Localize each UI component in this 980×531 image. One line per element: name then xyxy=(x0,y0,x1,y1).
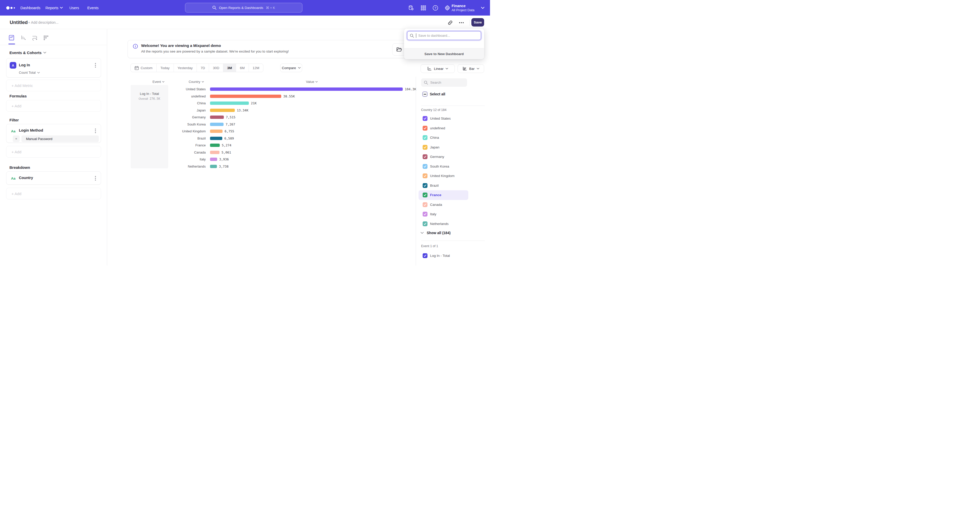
check-icon xyxy=(424,136,426,139)
save-to-new-dashboard-button[interactable]: Save to New Dashboard xyxy=(404,48,484,59)
column-header-event[interactable]: Event xyxy=(152,80,164,84)
section-events-cohorts[interactable]: Events & Cohorts xyxy=(10,51,46,55)
country-filter-row[interactable]: South Korea xyxy=(418,162,468,171)
country-checkbox[interactable] xyxy=(423,173,428,178)
date-range-yesterday[interactable]: Yesterday xyxy=(174,64,197,72)
add-metric-button[interactable]: + Add Metric xyxy=(6,79,101,91)
country-filter-row[interactable]: Germany xyxy=(418,152,468,162)
country-filter-row[interactable]: Italy xyxy=(418,209,468,219)
nav-events[interactable]: Events xyxy=(87,0,99,16)
date-range-6m[interactable]: 6M xyxy=(236,64,249,72)
chevron-down-icon xyxy=(421,232,424,234)
country-filter-row[interactable]: United States xyxy=(418,114,468,124)
bar[interactable] xyxy=(210,109,235,112)
country-checkbox[interactable] xyxy=(423,126,428,131)
country-filter-row[interactable]: France xyxy=(418,190,468,200)
compare-button[interactable]: Compare xyxy=(280,63,302,72)
country-filter-row[interactable]: United Kingdom xyxy=(418,171,468,181)
bar[interactable] xyxy=(210,95,281,98)
country-checkbox[interactable] xyxy=(423,145,428,150)
metric-aggregation[interactable]: Count Total xyxy=(19,71,40,74)
mixpanel-logo-icon[interactable] xyxy=(6,0,16,16)
metric-name[interactable]: Log In xyxy=(19,63,30,67)
date-range-3m[interactable]: 3M xyxy=(223,64,236,72)
nav-dashboards[interactable]: Dashboards xyxy=(21,0,40,16)
country-checkbox[interactable] xyxy=(423,164,428,169)
date-range-today[interactable]: Today xyxy=(157,64,174,72)
bar[interactable] xyxy=(210,137,222,140)
date-range-30d[interactable]: 30D xyxy=(209,64,223,72)
nav-users[interactable]: Users xyxy=(69,0,79,16)
filter-operator[interactable]: = xyxy=(13,135,20,142)
bar[interactable] xyxy=(210,87,403,91)
save-to-dashboard-input[interactable]: Save to dashboard... xyxy=(407,31,481,40)
add-filter-button[interactable]: + Add xyxy=(6,146,101,158)
bar[interactable] xyxy=(210,144,220,147)
column-header-value[interactable]: Value xyxy=(306,80,318,84)
event-filter-row[interactable]: Log In - Total xyxy=(423,251,450,260)
country-checkbox[interactable] xyxy=(423,183,428,188)
tab-funnels[interactable] xyxy=(20,34,27,41)
country-filter-row[interactable]: Brazil xyxy=(418,181,468,190)
help-icon[interactable]: ? xyxy=(432,5,439,11)
country-filter-row[interactable]: Netherlands xyxy=(418,219,468,229)
country-filter-row[interactable]: Canada xyxy=(418,200,468,210)
tab-flows[interactable] xyxy=(31,34,38,41)
bar[interactable] xyxy=(210,123,224,126)
filter-name[interactable]: Login Method xyxy=(19,128,43,132)
country-checkbox[interactable] xyxy=(423,202,428,207)
report-title[interactable]: Untitled xyxy=(10,20,28,25)
settings-gear-icon[interactable] xyxy=(444,5,451,11)
copy-link-icon[interactable] xyxy=(447,20,453,26)
add-formula-button[interactable]: + Add xyxy=(6,100,101,112)
filter-search-input[interactable]: Search xyxy=(421,78,467,87)
bar[interactable] xyxy=(210,165,217,168)
country-checkbox[interactable] xyxy=(423,154,428,159)
project-switcher[interactable]: Finance All Project Data xyxy=(452,0,484,16)
filter-kebab-icon[interactable] xyxy=(93,128,98,134)
tab-insights[interactable] xyxy=(8,34,15,41)
date-range-12m[interactable]: 12M xyxy=(249,64,263,72)
country-checkbox[interactable] xyxy=(423,116,428,121)
country-filter-row[interactable]: undefined xyxy=(418,124,468,133)
data-management-icon[interactable] xyxy=(408,5,414,11)
date-range-group: Custom Today Yesterday 7D 30D 3M 6M 12M xyxy=(130,63,263,72)
global-search-bar[interactable]: Open Reports & Dashboards ⌘ + K xyxy=(185,3,302,13)
country-checkbox[interactable] xyxy=(423,221,428,226)
metric-kebab-icon[interactable] xyxy=(93,62,98,68)
select-all-row[interactable]: Select all xyxy=(423,92,445,97)
date-range-custom[interactable]: Custom xyxy=(130,64,157,72)
country-filter-row[interactable]: Japan xyxy=(418,143,468,152)
more-options-icon[interactable] xyxy=(458,20,465,26)
filter-card-login-method[interactable]: Aa Login Method = Manual Password xyxy=(6,124,101,143)
add-breakdown-button[interactable]: + Add xyxy=(6,188,101,200)
tab-retention[interactable] xyxy=(42,34,49,41)
save-button[interactable]: Save xyxy=(471,18,484,27)
add-description-field[interactable]: + Add description... xyxy=(28,21,59,24)
event-checkbox[interactable] xyxy=(423,253,428,258)
filter-value[interactable]: Manual Password xyxy=(21,135,99,142)
column-header-country[interactable]: Country xyxy=(189,80,204,84)
breakdown-card-country[interactable]: Aa Country xyxy=(6,171,101,185)
bar[interactable] xyxy=(210,130,223,133)
chart-scale-button[interactable]: Linear xyxy=(421,64,455,73)
event-cell[interactable]: Log In - Total Overall 276.5K xyxy=(130,85,168,168)
bar[interactable] xyxy=(210,158,217,161)
bar[interactable] xyxy=(210,116,224,119)
country-checkbox[interactable] xyxy=(423,212,428,217)
select-all-label: Select all xyxy=(430,92,445,96)
breakdown-kebab-icon[interactable] xyxy=(93,176,98,181)
metric-card-log-in[interactable]: A Log In Count Total xyxy=(6,58,101,78)
bar[interactable] xyxy=(210,151,220,154)
nav-reports[interactable]: Reports xyxy=(45,0,63,16)
date-range-7d[interactable]: 7D xyxy=(197,64,209,72)
apps-grid-icon[interactable] xyxy=(420,5,427,11)
select-all-checkbox[interactable] xyxy=(423,92,427,97)
breakdown-name[interactable]: Country xyxy=(19,176,33,180)
chart-type-button[interactable]: Bar xyxy=(458,64,484,73)
bar[interactable] xyxy=(210,101,249,105)
country-checkbox[interactable] xyxy=(423,193,428,197)
show-all-row[interactable]: Show all (184) xyxy=(421,228,450,237)
country-filter-row[interactable]: China xyxy=(418,133,468,143)
country-checkbox[interactable] xyxy=(423,135,428,140)
